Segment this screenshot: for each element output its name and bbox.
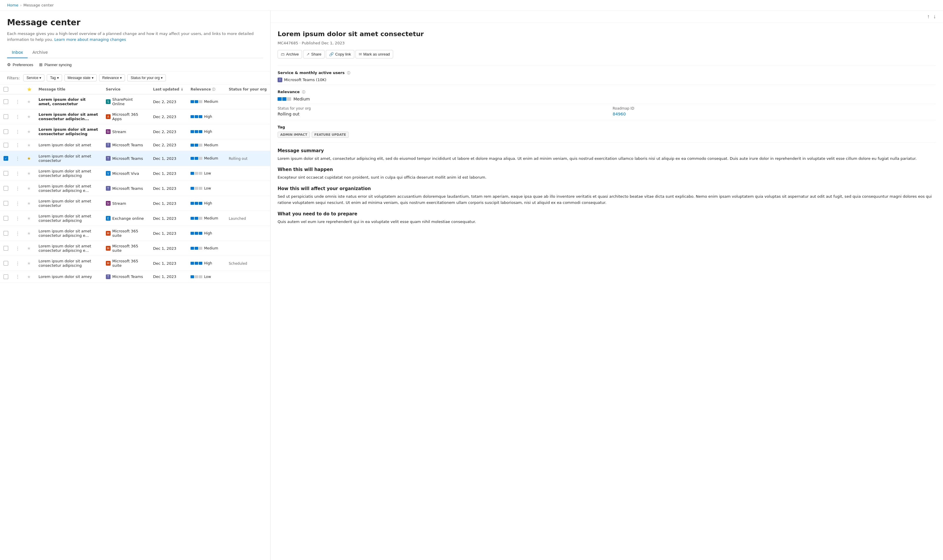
filter-service[interactable]: Service ▾ <box>23 74 45 82</box>
table-row[interactable]: ⋮★Lorem ipsum dolor sit amet consectetur… <box>0 226 270 241</box>
row-title: Lorem ipsum dolor sit amey <box>39 274 92 279</box>
row-menu-button[interactable]: ⋮ <box>15 142 20 148</box>
breadcrumb-home[interactable]: Home <box>7 3 18 7</box>
service-icon: M <box>106 246 111 251</box>
archive-button[interactable]: 🗃 Archive <box>278 50 302 58</box>
col-header-star: ⭐ <box>23 85 35 94</box>
select-all-checkbox[interactable] <box>3 87 8 92</box>
row-star[interactable]: ★ <box>27 129 31 134</box>
row-menu-button[interactable]: ⋮ <box>15 261 20 266</box>
row-checkbox[interactable] <box>3 186 8 191</box>
roadmap-value[interactable]: 84960 <box>613 112 936 116</box>
nav-down-button[interactable]: ↓ <box>933 14 936 20</box>
archive-icon: 🗃 <box>281 52 285 56</box>
status-label: Status for your org <box>278 106 601 111</box>
row-checkbox[interactable] <box>3 143 8 148</box>
row-checkbox[interactable] <box>3 231 8 235</box>
row-checkbox[interactable] <box>3 274 8 279</box>
row-star[interactable]: ★ <box>27 216 31 221</box>
table-row[interactable]: ⋮★Lorem ipsum dolor sit amet consectetur… <box>0 196 270 211</box>
row-service: AMicrosoft 365 Apps <box>106 112 146 121</box>
toolbar: ⚙ Preferences ⊞ Planner syncing <box>0 58 270 71</box>
row-menu-button[interactable]: ⋮ <box>15 231 20 236</box>
row-star[interactable]: ★ <box>27 156 31 161</box>
service-icon: St <box>106 201 111 206</box>
table-row[interactable]: ⋮★Lorem ipsum dolor sit amet, consectetu… <box>0 94 270 109</box>
table-row[interactable]: ⋮★Lorem ipsum dolor sit ameyTMicrosoft T… <box>0 271 270 283</box>
relevance-detail: Medium <box>278 97 936 102</box>
row-relevance: Medium <box>191 246 222 250</box>
filter-status-for-org[interactable]: Status for your org ▾ <box>127 74 166 82</box>
when-heading: When this will happen <box>278 167 936 172</box>
col-header-menu <box>12 85 23 94</box>
row-star[interactable]: ★ <box>27 246 31 251</box>
main-layout: Message center Each message gives you a … <box>0 11 943 560</box>
table-row[interactable]: ⋮★Lorem ipsum dolor sit ametTMicrosoft T… <box>0 139 270 151</box>
mark-unread-button[interactable]: ✉ Mark as unread <box>355 50 393 58</box>
table-row[interactable]: ⋮★Lorem ipsum dolor sit amet consectetur… <box>0 124 270 139</box>
row-menu-button[interactable]: ⋮ <box>15 114 20 120</box>
row-menu-button[interactable]: ⋮ <box>15 156 20 161</box>
row-checkbox[interactable] <box>3 246 8 251</box>
row-service: StStream <box>106 201 146 206</box>
table-row[interactable]: ⋮★Lorem ipsum dolor sit amet consectetur… <box>0 181 270 196</box>
row-title: Lorem ipsum dolor sit amet consectetur a… <box>39 214 91 223</box>
table-row[interactable]: ⋮★Lorem ipsum dolor sit amet consectetur… <box>0 241 270 256</box>
row-menu-button[interactable]: ⋮ <box>15 246 20 251</box>
row-checkbox[interactable] <box>3 171 8 176</box>
row-relevance: Low <box>191 186 222 191</box>
preferences-button[interactable]: ⚙ Preferences <box>7 62 33 67</box>
learn-more-link[interactable]: Learn more about managing changes <box>54 37 126 42</box>
row-menu-button[interactable]: ⋮ <box>15 186 20 191</box>
row-checkbox[interactable] <box>3 99 8 104</box>
row-service: TMicrosoft Teams <box>106 156 146 161</box>
share-button[interactable]: ↗ Share <box>303 50 325 58</box>
service-icon: St <box>106 129 111 134</box>
planner-syncing-button[interactable]: ⊞ Planner syncing <box>39 62 72 67</box>
row-star[interactable]: ★ <box>27 201 31 206</box>
row-menu-button[interactable]: ⋮ <box>15 215 20 221</box>
table-row[interactable]: ✓⋮★Lorem ipsum dolor sit amet consectetu… <box>0 151 270 166</box>
row-menu-button[interactable]: ⋮ <box>15 99 20 105</box>
left-panel: Message center Each message gives you a … <box>0 11 270 560</box>
row-service: VMicrosoft Viva <box>106 171 146 176</box>
row-menu-button[interactable]: ⋮ <box>15 171 20 176</box>
filter-relevance[interactable]: Relevance ▾ <box>99 74 125 82</box>
row-star[interactable]: ★ <box>27 114 31 119</box>
chevron-icon: ▾ <box>120 76 122 80</box>
row-star[interactable]: ★ <box>27 261 31 266</box>
detail-actions-row: 🗃 Archive ↗ Share 🔗 Copy link ✉ Mark as … <box>278 50 936 58</box>
nav-up-button[interactable]: ↑ <box>927 14 930 20</box>
tab-archive[interactable]: Archive <box>28 47 52 58</box>
table-row[interactable]: ⋮★Lorem ipsum dolor sit amet consectetur… <box>0 211 270 226</box>
row-star[interactable]: ★ <box>27 99 31 104</box>
table-row[interactable]: ⋮★Lorem ipsum dolor sit amet consectetur… <box>0 166 270 181</box>
row-checkbox[interactable] <box>3 216 8 221</box>
table-row[interactable]: ⋮★Lorem ipsum dolor sit amet consectetur… <box>0 109 270 124</box>
copy-link-button[interactable]: 🔗 Copy link <box>326 50 354 58</box>
relevance-section-label: Relevance ⓘ <box>278 89 936 94</box>
row-checkbox[interactable] <box>3 261 8 266</box>
row-star[interactable]: ★ <box>27 143 31 148</box>
col-header-date[interactable]: Last updated ↓ <box>150 85 187 94</box>
filter-tag[interactable]: Tag ▾ <box>47 74 62 82</box>
row-menu-button[interactable]: ⋮ <box>15 201 20 206</box>
row-date: Dec 1, 2023 <box>150 151 187 166</box>
filter-message-state[interactable]: Message state ▾ <box>65 74 97 82</box>
tab-inbox[interactable]: Inbox <box>7 47 28 58</box>
service-icon: M <box>106 261 111 266</box>
row-checkbox[interactable] <box>3 129 8 134</box>
table-row[interactable]: ⋮★Lorem ipsum dolor sit amet consectetur… <box>0 256 270 271</box>
row-checkbox[interactable]: ✓ <box>3 156 8 161</box>
page-description: Each message gives you a high-level over… <box>7 31 263 42</box>
row-star[interactable]: ★ <box>27 274 31 279</box>
row-star[interactable]: ★ <box>27 231 31 235</box>
row-menu-button[interactable]: ⋮ <box>15 274 20 279</box>
row-service: MMicrosoft 365 suite <box>106 229 146 238</box>
row-checkbox[interactable] <box>3 114 8 119</box>
filters-row: Filters: Service ▾ Tag ▾ Message state ▾… <box>0 71 270 85</box>
row-star[interactable]: ★ <box>27 171 31 176</box>
row-menu-button[interactable]: ⋮ <box>15 129 20 135</box>
row-star[interactable]: ★ <box>27 186 31 191</box>
row-checkbox[interactable] <box>3 201 8 206</box>
